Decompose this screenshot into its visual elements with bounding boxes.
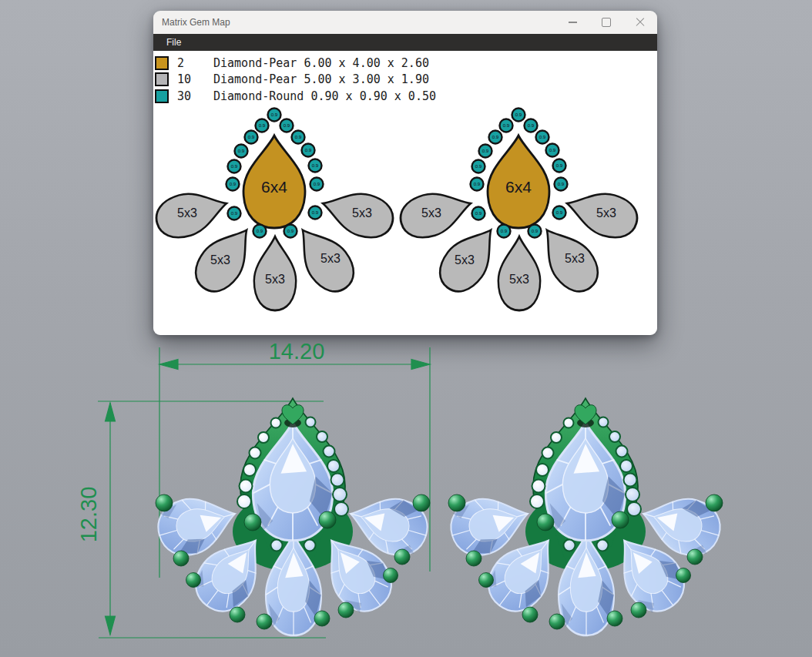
gem-color-swatch <box>155 72 169 86</box>
gem-map-content: 0.9 6x4 5x3 5x <box>153 51 657 335</box>
maximize-icon <box>602 18 611 27</box>
window-titlebar[interactable]: Matrix Gem Map <box>153 11 657 34</box>
menu-bar: File <box>153 34 657 51</box>
gem-color-swatch <box>155 89 169 103</box>
close-icon <box>636 18 645 27</box>
arrow-down-icon <box>106 616 116 635</box>
gem-count: 30 <box>177 89 213 103</box>
earring-diagram-right <box>396 109 643 311</box>
arrow-up-icon <box>106 403 116 421</box>
gem-count: 10 <box>177 72 213 86</box>
gem-description: Diamond-Pear 5.00 x 3.00 x 1.90 <box>213 72 429 86</box>
rendered-earring-right <box>445 398 726 635</box>
window-controls <box>555 11 657 34</box>
rendered-earring-left <box>152 398 434 635</box>
legend-row: 10 Diamond-Pear 5.00 x 3.00 x 1.90 <box>155 72 436 89</box>
render-view: 14.20 12.30 <box>0 334 812 657</box>
arrow-right-icon <box>411 360 430 370</box>
minimize-icon <box>569 22 577 23</box>
height-value: 12.30 <box>76 487 101 543</box>
legend-row: 30 Diamond-Round 0.90 x 0.90 x 0.50 <box>155 88 436 105</box>
earring-diagram-left <box>153 109 398 311</box>
gem-description: Diamond-Round 0.90 x 0.90 x 0.50 <box>213 89 436 103</box>
matrix-gem-map-window: Matrix Gem Map File 0.9 <box>153 11 657 335</box>
window-title: Matrix Gem Map <box>153 17 555 28</box>
minimize-button[interactable] <box>555 11 589 34</box>
gem-count: 2 <box>177 56 213 70</box>
arrow-left-icon <box>159 360 178 370</box>
desktop-background: Matrix Gem Map File 0.9 <box>0 0 812 657</box>
legend-row: 2 Diamond-Pear 6.00 x 4.00 x 2.60 <box>155 55 436 72</box>
menu-file[interactable]: File <box>153 37 181 48</box>
close-button[interactable] <box>623 11 657 34</box>
width-value: 14.20 <box>269 339 325 364</box>
gem-color-swatch <box>155 56 169 70</box>
gem-description: Diamond-Pear 6.00 x 4.00 x 2.60 <box>213 56 429 70</box>
maximize-button[interactable] <box>589 11 623 34</box>
gem-legend: 2 Diamond-Pear 6.00 x 4.00 x 2.60 10 Dia… <box>155 55 436 105</box>
